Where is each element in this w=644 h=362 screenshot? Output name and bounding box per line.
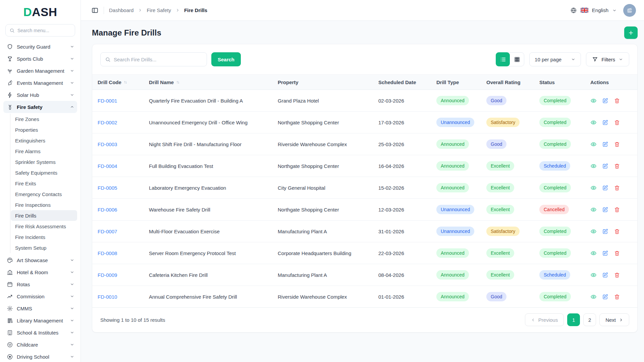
sidebar-subitem-fire-drills[interactable]: Fire Drills	[11, 210, 77, 221]
delete-button[interactable]	[614, 163, 620, 169]
drill-code-link[interactable]: FD-0010	[98, 294, 117, 300]
per-page-select[interactable]: 10 per page	[529, 52, 581, 66]
drill-code-link[interactable]: FD-0002	[98, 120, 117, 125]
column-label: Scheduled Date	[378, 79, 416, 85]
chevron-down-icon[interactable]	[612, 8, 617, 13]
drill-code-link[interactable]: FD-0009	[98, 272, 117, 278]
list-view-button[interactable]	[496, 52, 510, 66]
view-button[interactable]	[590, 98, 597, 104]
edit-button[interactable]	[602, 294, 608, 300]
breadcrumb-fire-safety[interactable]: Fire Safety	[147, 7, 171, 13]
sidebar-item-fire-safety[interactable]: Fire Safety	[3, 101, 77, 113]
edit-button[interactable]	[602, 141, 608, 147]
drill-type-badge: Announced	[436, 270, 469, 280]
edit-button[interactable]	[602, 228, 608, 235]
sidebar-item-security-guard[interactable]: Security Guard	[3, 41, 77, 53]
next-page-button[interactable]: Next	[599, 313, 629, 326]
drill-type-cell: Announced	[431, 292, 481, 301]
delete-button[interactable]	[614, 119, 620, 126]
page-2-button[interactable]: 2	[583, 313, 596, 326]
delete-button[interactable]	[614, 250, 620, 256]
sidebar-item-library-management[interactable]: Library Management	[3, 314, 77, 326]
sidebar-item-sports-club[interactable]: Sports Club	[3, 53, 77, 65]
edit-button[interactable]	[602, 98, 608, 104]
drill-code-link[interactable]: FD-0008	[98, 250, 117, 256]
drill-code-link[interactable]: FD-0003	[98, 141, 117, 147]
edit-icon	[602, 228, 608, 235]
sidebar-item-hotel-room[interactable]: Hotel & Room	[3, 266, 77, 278]
sidebar-subitem-emergency-contacts[interactable]: Emergency Contacts	[11, 189, 77, 199]
drills-search-input[interactable]	[114, 57, 202, 62]
sidebar-subitem-sprinkler-systems[interactable]: Sprinkler Systems	[11, 157, 77, 167]
globe-icon[interactable]	[570, 7, 577, 14]
view-button[interactable]	[590, 163, 597, 169]
sidebar-subitem-fire-risk-assessments[interactable]: Fire Risk Assessments	[11, 221, 77, 232]
sidebar: DASH Security GuardSports ClubGarden Man…	[0, 0, 81, 362]
sidebar-search[interactable]	[5, 24, 75, 37]
delete-button[interactable]	[614, 206, 620, 213]
sidebar-item-art-showcase[interactable]: Art Showcase	[3, 254, 77, 266]
edit-button[interactable]	[602, 163, 608, 169]
breadcrumb-dashboard[interactable]: Dashboard	[109, 7, 133, 13]
avatar[interactable]	[623, 4, 636, 17]
filters-button[interactable]: Filters	[586, 52, 629, 66]
delete-button[interactable]	[614, 272, 620, 278]
drills-search[interactable]	[100, 52, 207, 66]
add-drill-button[interactable]	[624, 26, 638, 39]
edit-button[interactable]	[602, 272, 608, 278]
view-button[interactable]	[590, 294, 597, 300]
actions-cell	[585, 294, 637, 300]
drill-code-link[interactable]: FD-0006	[98, 207, 117, 213]
sidebar-subitem-fire-incidents[interactable]: Fire Incidents	[11, 232, 77, 242]
edit-button[interactable]	[602, 119, 608, 126]
view-button[interactable]	[590, 141, 597, 147]
previous-page-button[interactable]: Previous	[525, 313, 564, 326]
edit-button[interactable]	[602, 206, 608, 213]
sidebar-subitem-system-setup[interactable]: System Setup	[11, 242, 77, 253]
sidebar-item-garden-management[interactable]: Garden Management	[3, 65, 77, 77]
sort-icon[interactable]: ↑↓	[124, 80, 126, 84]
sidebar-subitem-extinguishers[interactable]: Extinguishers	[11, 135, 77, 146]
delete-button[interactable]	[614, 228, 620, 235]
sidebar-toggle-icon[interactable]	[91, 7, 99, 14]
chevron-down-icon	[70, 282, 74, 287]
drill-code-link[interactable]: FD-0001	[98, 98, 117, 104]
sidebar-item-solar-hub[interactable]: Solar Hub	[3, 89, 77, 101]
view-button[interactable]	[590, 228, 597, 235]
view-button[interactable]	[590, 272, 597, 278]
sidebar-item-childcare[interactable]: Childcare	[3, 339, 77, 351]
language-selector[interactable]: English	[592, 7, 608, 13]
drill-code-link[interactable]: FD-0007	[98, 229, 117, 234]
grid-view-button[interactable]	[510, 53, 524, 66]
sidebar-item-school-institutes[interactable]: School & Institutes	[3, 326, 77, 339]
sidebar-item-rotas[interactable]: Rotas	[3, 278, 77, 290]
drill-code-link[interactable]: FD-0005	[98, 185, 117, 191]
sidebar-item-commission[interactable]: Commission	[3, 290, 77, 302]
sidebar-item-cmms[interactable]: CMMS	[3, 302, 77, 314]
delete-button[interactable]	[614, 185, 620, 191]
sidebar-subitem-fire-zones[interactable]: Fire Zones	[11, 114, 77, 124]
delete-button[interactable]	[614, 98, 620, 104]
sidebar-subitem-fire-inspections[interactable]: Fire Inspections	[11, 199, 77, 210]
page-1-button[interactable]: 1	[567, 313, 580, 326]
sidebar-subitem-safety-equipments[interactable]: Safety Equipments	[11, 167, 77, 178]
view-button[interactable]	[590, 250, 597, 256]
sidebar-search-input[interactable]	[17, 28, 78, 33]
sidebar-item-driving-school[interactable]: Driving School	[3, 351, 77, 362]
view-button[interactable]	[590, 206, 597, 213]
delete-button[interactable]	[614, 141, 620, 147]
sidebar-subitem-properties[interactable]: Properties	[11, 124, 77, 135]
sort-icon[interactable]: ↑↓	[176, 80, 179, 84]
sidebar-item-events-management[interactable]: Events Management	[3, 77, 77, 89]
edit-button[interactable]	[602, 250, 608, 256]
calendar-icon	[7, 281, 13, 288]
edit-button[interactable]	[602, 185, 608, 191]
sidebar-subitem-fire-exits[interactable]: Fire Exits	[11, 178, 77, 189]
drill-type-cell: Announced	[431, 161, 481, 171]
view-button[interactable]	[590, 185, 597, 191]
drill-code-link[interactable]: FD-0004	[98, 163, 117, 169]
sidebar-subitem-fire-alarms[interactable]: Fire Alarms	[11, 146, 77, 157]
delete-button[interactable]	[614, 294, 620, 300]
search-button[interactable]: Search	[211, 52, 241, 66]
view-button[interactable]	[590, 119, 597, 126]
